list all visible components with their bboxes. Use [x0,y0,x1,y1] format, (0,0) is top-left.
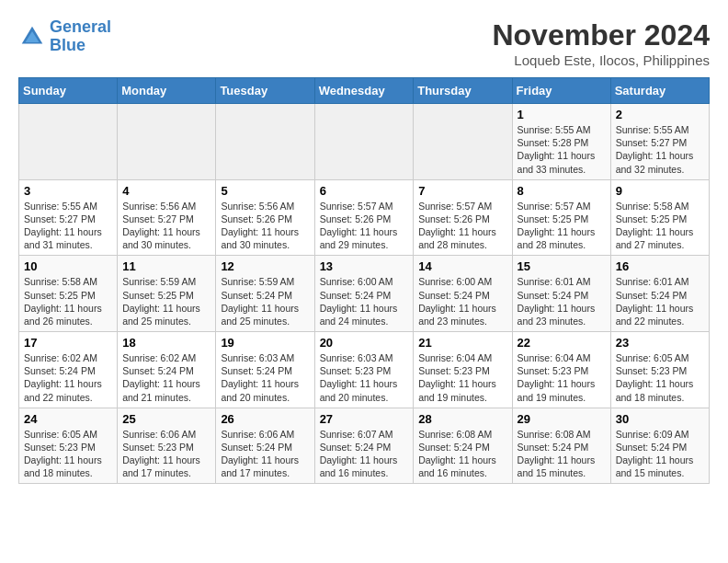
cell-content: Sunrise: 5:57 AMSunset: 5:26 PMDaylight:… [320,200,409,252]
day-number: 12 [221,259,309,273]
day-number: 23 [616,336,704,350]
calendar-cell: 16Sunrise: 6:01 AMSunset: 5:24 PMDayligh… [610,256,709,332]
calendar-cell: 21Sunrise: 6:04 AMSunset: 5:23 PMDayligh… [414,332,512,408]
logo-line1: General [50,17,111,36]
calendar-cell: 3Sunrise: 5:55 AMSunset: 5:27 PMDaylight… [19,179,118,256]
day-of-week-saturday: Saturday [610,78,709,104]
day-number: 20 [320,336,409,350]
day-number: 13 [320,259,409,273]
day-number: 16 [616,259,704,273]
day-of-week-sunday: Sunday [19,78,118,104]
calendar-cell: 30Sunrise: 6:09 AMSunset: 5:24 PMDayligh… [610,408,709,484]
cell-content: Sunrise: 6:00 AMSunset: 5:24 PMDaylight:… [418,275,506,327]
cell-content: Sunrise: 6:02 AMSunset: 5:24 PMDaylight:… [24,351,112,404]
day-number: 17 [24,336,112,350]
calendar: SundayMondayTuesdayWednesdayThursdayFrid… [18,77,710,484]
week-row-4: 17Sunrise: 6:02 AMSunset: 5:24 PMDayligh… [19,332,710,408]
week-row-2: 3Sunrise: 5:55 AMSunset: 5:27 PMDaylight… [19,179,710,256]
day-number: 18 [122,336,210,350]
page-header: General Blue November 2024 Loqueb Este, … [18,18,710,68]
location: Loqueb Este, Ilocos, Philippines [492,52,710,68]
day-number: 6 [320,184,409,198]
day-number: 2 [616,108,704,121]
calendar-cell: 15Sunrise: 6:01 AMSunset: 5:24 PMDayligh… [512,256,610,332]
day-number: 4 [122,184,210,198]
calendar-body: 1Sunrise: 5:55 AMSunset: 5:28 PMDaylight… [19,104,710,484]
calendar-cell: 26Sunrise: 6:06 AMSunset: 5:24 PMDayligh… [216,408,314,484]
cell-content: Sunrise: 5:57 AMSunset: 5:25 PMDaylight:… [518,200,606,252]
calendar-cell: 6Sunrise: 5:57 AMSunset: 5:26 PMDaylight… [314,179,414,256]
cell-content: Sunrise: 5:55 AMSunset: 5:28 PMDaylight:… [518,123,606,176]
calendar-cell: 27Sunrise: 6:07 AMSunset: 5:24 PMDayligh… [314,408,414,484]
logo-icon [18,23,46,51]
day-number: 24 [24,412,112,426]
cell-content: Sunrise: 6:04 AMSunset: 5:23 PMDaylight:… [518,351,606,404]
day-number: 14 [418,259,506,273]
calendar-cell: 12Sunrise: 5:59 AMSunset: 5:24 PMDayligh… [216,256,314,332]
day-number: 11 [122,259,210,273]
cell-content: Sunrise: 6:03 AMSunset: 5:23 PMDaylight:… [320,351,409,404]
calendar-cell: 11Sunrise: 5:59 AMSunset: 5:25 PMDayligh… [118,256,216,332]
day-number: 29 [518,412,606,426]
calendar-cell: 29Sunrise: 6:08 AMSunset: 5:24 PMDayligh… [512,408,610,484]
calendar-cell: 2Sunrise: 5:55 AMSunset: 5:27 PMDaylight… [610,104,709,180]
cell-content: Sunrise: 5:55 AMSunset: 5:27 PMDaylight:… [616,123,704,176]
cell-content: Sunrise: 6:01 AMSunset: 5:24 PMDaylight:… [518,275,606,327]
calendar-cell: 9Sunrise: 5:58 AMSunset: 5:25 PMDaylight… [610,179,709,256]
calendar-cell [414,104,512,180]
cell-content: Sunrise: 6:03 AMSunset: 5:24 PMDaylight:… [221,351,309,404]
day-number: 5 [221,184,309,198]
logo: General Blue [18,18,111,55]
cell-content: Sunrise: 6:07 AMSunset: 5:24 PMDaylight:… [320,428,409,480]
cell-content: Sunrise: 5:56 AMSunset: 5:27 PMDaylight:… [122,200,210,252]
calendar-cell: 8Sunrise: 5:57 AMSunset: 5:25 PMDaylight… [512,179,610,256]
cell-content: Sunrise: 6:09 AMSunset: 5:24 PMDaylight:… [616,428,704,480]
calendar-cell: 10Sunrise: 5:58 AMSunset: 5:25 PMDayligh… [19,256,118,332]
calendar-cell: 23Sunrise: 6:05 AMSunset: 5:23 PMDayligh… [610,332,709,408]
calendar-cell [314,104,414,180]
cell-content: Sunrise: 5:56 AMSunset: 5:26 PMDaylight:… [221,200,309,252]
calendar-cell [118,104,216,180]
day-number: 25 [122,412,210,426]
day-number: 9 [616,184,704,198]
calendar-cell: 24Sunrise: 6:05 AMSunset: 5:23 PMDayligh… [19,408,118,484]
logo-line2: Blue [50,36,85,54]
cell-content: Sunrise: 6:08 AMSunset: 5:24 PMDaylight:… [418,428,506,480]
day-number: 7 [418,184,506,198]
day-of-week-friday: Friday [512,78,610,104]
cell-content: Sunrise: 5:58 AMSunset: 5:25 PMDaylight:… [616,200,704,252]
calendar-cell: 28Sunrise: 6:08 AMSunset: 5:24 PMDayligh… [414,408,512,484]
cell-content: Sunrise: 6:01 AMSunset: 5:24 PMDaylight:… [616,275,704,327]
day-number: 27 [320,412,409,426]
day-number: 21 [418,336,506,350]
cell-content: Sunrise: 5:59 AMSunset: 5:24 PMDaylight:… [221,275,309,327]
calendar-cell: 1Sunrise: 5:55 AMSunset: 5:28 PMDaylight… [512,104,610,180]
month-year: November 2024 [492,18,710,52]
day-number: 28 [418,412,506,426]
calendar-cell: 22Sunrise: 6:04 AMSunset: 5:23 PMDayligh… [512,332,610,408]
title-area: November 2024 Loqueb Este, Ilocos, Phili… [492,18,710,68]
cell-content: Sunrise: 6:06 AMSunset: 5:23 PMDaylight:… [122,428,210,480]
cell-content: Sunrise: 6:08 AMSunset: 5:24 PMDaylight:… [518,428,606,480]
cell-content: Sunrise: 6:05 AMSunset: 5:23 PMDaylight:… [24,428,112,480]
cell-content: Sunrise: 5:55 AMSunset: 5:27 PMDaylight:… [24,200,112,252]
day-of-week-thursday: Thursday [414,78,512,104]
week-row-1: 1Sunrise: 5:55 AMSunset: 5:28 PMDaylight… [19,104,710,180]
calendar-cell: 20Sunrise: 6:03 AMSunset: 5:23 PMDayligh… [314,332,414,408]
day-number: 22 [518,336,606,350]
day-number: 3 [24,184,112,198]
calendar-cell: 14Sunrise: 6:00 AMSunset: 5:24 PMDayligh… [414,256,512,332]
cell-content: Sunrise: 5:58 AMSunset: 5:25 PMDaylight:… [24,275,112,327]
day-number: 15 [518,259,606,273]
cell-content: Sunrise: 6:06 AMSunset: 5:24 PMDaylight:… [221,428,309,480]
calendar-cell: 25Sunrise: 6:06 AMSunset: 5:23 PMDayligh… [118,408,216,484]
day-number: 1 [518,108,606,121]
cell-content: Sunrise: 6:05 AMSunset: 5:23 PMDaylight:… [616,351,704,404]
day-of-week-tuesday: Tuesday [216,78,314,104]
cell-content: Sunrise: 5:57 AMSunset: 5:26 PMDaylight:… [418,200,506,252]
days-of-week-header: SundayMondayTuesdayWednesdayThursdayFrid… [19,78,710,104]
calendar-cell: 4Sunrise: 5:56 AMSunset: 5:27 PMDaylight… [118,179,216,256]
calendar-cell: 17Sunrise: 6:02 AMSunset: 5:24 PMDayligh… [19,332,118,408]
day-of-week-monday: Monday [118,78,216,104]
day-number: 30 [616,412,704,426]
